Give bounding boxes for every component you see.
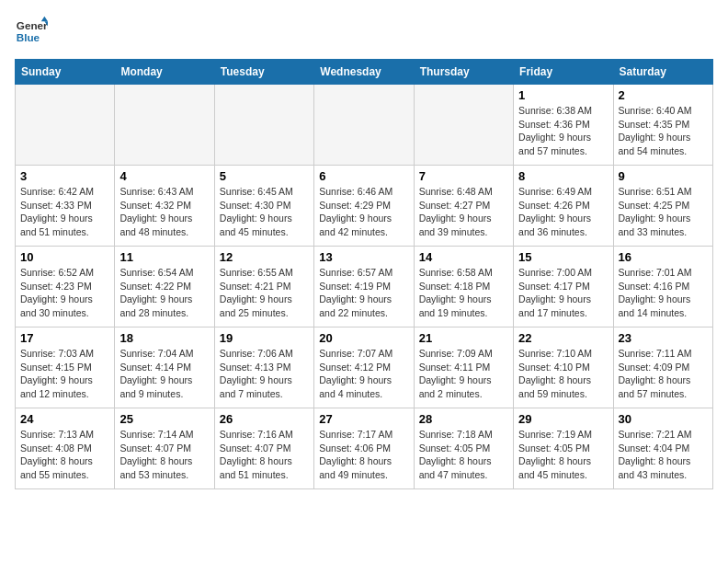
- day-number: 20: [319, 331, 408, 345]
- day-cell: [414, 85, 513, 166]
- header-wednesday: Wednesday: [314, 60, 414, 85]
- day-detail: Sunrise: 6:51 AMSunset: 4:25 PMDaylight:…: [619, 185, 708, 239]
- header-row: SundayMondayTuesdayWednesdayThursdayFrid…: [16, 60, 713, 85]
- day-detail: Sunrise: 7:07 AMSunset: 4:12 PMDaylight:…: [319, 347, 408, 401]
- day-detail: Sunrise: 6:38 AMSunset: 4:36 PMDaylight:…: [518, 104, 608, 158]
- page-header: General Blue: [15, 15, 713, 48]
- day-cell: 6Sunrise: 6:46 AMSunset: 4:29 PMDaylight…: [314, 166, 414, 247]
- day-number: 24: [20, 412, 109, 426]
- day-number: 2: [619, 88, 708, 102]
- day-detail: Sunrise: 6:45 AMSunset: 4:30 PMDaylight:…: [220, 185, 309, 239]
- day-number: 3: [20, 169, 109, 183]
- week-row-4: 17Sunrise: 7:03 AMSunset: 4:15 PMDayligh…: [16, 327, 713, 408]
- day-cell: [16, 85, 115, 166]
- day-cell: 19Sunrise: 7:06 AMSunset: 4:13 PMDayligh…: [214, 327, 313, 408]
- week-row-3: 10Sunrise: 6:52 AMSunset: 4:23 PMDayligh…: [16, 247, 713, 327]
- day-cell: 15Sunrise: 7:00 AMSunset: 4:17 PMDayligh…: [514, 247, 613, 327]
- day-number: 25: [119, 412, 209, 426]
- day-number: 5: [220, 169, 309, 183]
- week-row-5: 24Sunrise: 7:13 AMSunset: 4:08 PMDayligh…: [16, 408, 713, 489]
- day-number: 11: [119, 250, 209, 264]
- week-row-1: 1Sunrise: 6:38 AMSunset: 4:36 PMDaylight…: [16, 85, 713, 166]
- day-number: 29: [518, 412, 608, 426]
- header-friday: Friday: [514, 60, 613, 85]
- header-monday: Monday: [115, 60, 214, 85]
- day-detail: Sunrise: 6:49 AMSunset: 4:26 PMDaylight:…: [518, 185, 608, 239]
- day-number: 18: [119, 331, 209, 345]
- day-detail: Sunrise: 6:52 AMSunset: 4:23 PMDaylight:…: [20, 266, 109, 320]
- day-detail: Sunrise: 7:00 AMSunset: 4:17 PMDaylight:…: [518, 266, 608, 320]
- day-number: 26: [220, 412, 309, 426]
- day-detail: Sunrise: 7:11 AMSunset: 4:09 PMDaylight:…: [619, 347, 708, 401]
- day-detail: Sunrise: 6:58 AMSunset: 4:18 PMDaylight:…: [419, 266, 508, 320]
- day-cell: 7Sunrise: 6:48 AMSunset: 4:27 PMDaylight…: [414, 166, 513, 247]
- day-detail: Sunrise: 6:40 AMSunset: 4:35 PMDaylight:…: [619, 104, 708, 158]
- day-number: 7: [419, 169, 508, 183]
- day-detail: Sunrise: 7:10 AMSunset: 4:10 PMDaylight:…: [518, 347, 608, 401]
- logo-icon: General Blue: [15, 15, 48, 48]
- day-detail: Sunrise: 7:19 AMSunset: 4:05 PMDaylight:…: [518, 428, 608, 482]
- day-cell: 16Sunrise: 7:01 AMSunset: 4:16 PMDayligh…: [613, 247, 712, 327]
- day-cell: 18Sunrise: 7:04 AMSunset: 4:14 PMDayligh…: [115, 327, 214, 408]
- calendar-table: SundayMondayTuesdayWednesdayThursdayFrid…: [15, 59, 713, 489]
- day-cell: [115, 85, 214, 166]
- day-number: 15: [518, 250, 608, 264]
- day-cell: 4Sunrise: 6:43 AMSunset: 4:32 PMDaylight…: [115, 166, 214, 247]
- day-detail: Sunrise: 7:03 AMSunset: 4:15 PMDaylight:…: [20, 347, 109, 401]
- day-detail: Sunrise: 6:55 AMSunset: 4:21 PMDaylight:…: [220, 266, 309, 320]
- day-detail: Sunrise: 7:17 AMSunset: 4:06 PMDaylight:…: [319, 428, 408, 482]
- day-number: 17: [20, 331, 109, 345]
- header-saturday: Saturday: [613, 60, 712, 85]
- day-detail: Sunrise: 7:21 AMSunset: 4:04 PMDaylight:…: [619, 428, 708, 482]
- day-cell: 13Sunrise: 6:57 AMSunset: 4:19 PMDayligh…: [314, 247, 414, 327]
- day-number: 23: [619, 331, 708, 345]
- day-number: 30: [619, 412, 708, 426]
- day-cell: 30Sunrise: 7:21 AMSunset: 4:04 PMDayligh…: [613, 408, 712, 489]
- day-cell: 5Sunrise: 6:45 AMSunset: 4:30 PMDaylight…: [214, 166, 313, 247]
- week-row-2: 3Sunrise: 6:42 AMSunset: 4:33 PMDaylight…: [16, 166, 713, 247]
- day-detail: Sunrise: 6:57 AMSunset: 4:19 PMDaylight:…: [319, 266, 408, 320]
- day-number: 10: [20, 250, 109, 264]
- day-cell: 26Sunrise: 7:16 AMSunset: 4:07 PMDayligh…: [214, 408, 313, 489]
- day-cell: 23Sunrise: 7:11 AMSunset: 4:09 PMDayligh…: [613, 327, 712, 408]
- day-detail: Sunrise: 6:48 AMSunset: 4:27 PMDaylight:…: [419, 185, 508, 239]
- day-detail: Sunrise: 7:14 AMSunset: 4:07 PMDaylight:…: [119, 428, 209, 482]
- day-number: 12: [220, 250, 309, 264]
- day-cell: 20Sunrise: 7:07 AMSunset: 4:12 PMDayligh…: [314, 327, 414, 408]
- day-cell: 25Sunrise: 7:14 AMSunset: 4:07 PMDayligh…: [115, 408, 214, 489]
- day-number: 8: [518, 169, 608, 183]
- header-tuesday: Tuesday: [214, 60, 313, 85]
- day-detail: Sunrise: 7:09 AMSunset: 4:11 PMDaylight:…: [419, 347, 508, 401]
- day-cell: 14Sunrise: 6:58 AMSunset: 4:18 PMDayligh…: [414, 247, 513, 327]
- day-detail: Sunrise: 6:46 AMSunset: 4:29 PMDaylight:…: [319, 185, 408, 239]
- day-cell: 17Sunrise: 7:03 AMSunset: 4:15 PMDayligh…: [16, 327, 115, 408]
- day-number: 21: [419, 331, 508, 345]
- day-cell: 1Sunrise: 6:38 AMSunset: 4:36 PMDaylight…: [514, 85, 613, 166]
- day-cell: 3Sunrise: 6:42 AMSunset: 4:33 PMDaylight…: [16, 166, 115, 247]
- day-detail: Sunrise: 7:18 AMSunset: 4:05 PMDaylight:…: [419, 428, 508, 482]
- day-number: 1: [518, 88, 608, 102]
- day-cell: 24Sunrise: 7:13 AMSunset: 4:08 PMDayligh…: [16, 408, 115, 489]
- day-cell: 9Sunrise: 6:51 AMSunset: 4:25 PMDaylight…: [613, 166, 712, 247]
- day-cell: 8Sunrise: 6:49 AMSunset: 4:26 PMDaylight…: [514, 166, 613, 247]
- day-number: 9: [619, 169, 708, 183]
- day-detail: Sunrise: 7:13 AMSunset: 4:08 PMDaylight:…: [20, 428, 109, 482]
- day-cell: [314, 85, 414, 166]
- day-number: 13: [319, 250, 408, 264]
- day-number: 14: [419, 250, 508, 264]
- svg-text:Blue: Blue: [17, 31, 40, 43]
- day-cell: 29Sunrise: 7:19 AMSunset: 4:05 PMDayligh…: [514, 408, 613, 489]
- header-thursday: Thursday: [414, 60, 513, 85]
- day-detail: Sunrise: 7:16 AMSunset: 4:07 PMDaylight:…: [220, 428, 309, 482]
- day-number: 22: [518, 331, 608, 345]
- day-cell: 21Sunrise: 7:09 AMSunset: 4:11 PMDayligh…: [414, 327, 513, 408]
- logo: General Blue: [15, 15, 48, 48]
- day-cell: 27Sunrise: 7:17 AMSunset: 4:06 PMDayligh…: [314, 408, 414, 489]
- day-detail: Sunrise: 7:04 AMSunset: 4:14 PMDaylight:…: [119, 347, 209, 401]
- day-cell: 11Sunrise: 6:54 AMSunset: 4:22 PMDayligh…: [115, 247, 214, 327]
- day-detail: Sunrise: 7:06 AMSunset: 4:13 PMDaylight:…: [220, 347, 309, 401]
- day-detail: Sunrise: 7:01 AMSunset: 4:16 PMDaylight:…: [619, 266, 708, 320]
- day-cell: 2Sunrise: 6:40 AMSunset: 4:35 PMDaylight…: [613, 85, 712, 166]
- day-cell: [214, 85, 313, 166]
- day-detail: Sunrise: 6:42 AMSunset: 4:33 PMDaylight:…: [20, 185, 109, 239]
